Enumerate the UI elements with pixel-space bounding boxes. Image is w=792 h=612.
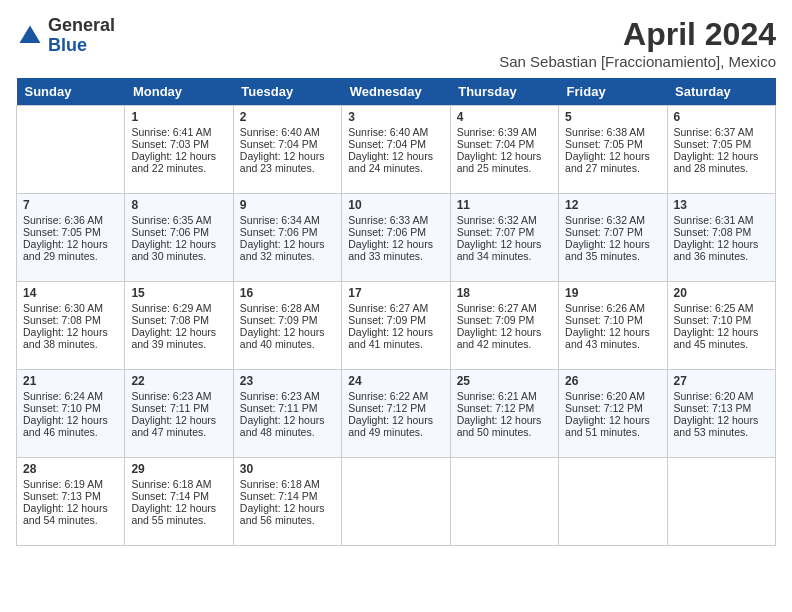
sunrise-text: Sunrise: 6:29 AM xyxy=(131,302,211,314)
calendar-cell: 27 Sunrise: 6:20 AM Sunset: 7:13 PM Dayl… xyxy=(667,370,775,458)
daylight-text: Daylight: 12 hours and 29 minutes. xyxy=(23,238,108,262)
daylight-text: Daylight: 12 hours and 45 minutes. xyxy=(674,326,759,350)
day-number: 30 xyxy=(240,462,335,476)
sunrise-text: Sunrise: 6:21 AM xyxy=(457,390,537,402)
day-number: 11 xyxy=(457,198,552,212)
sunrise-text: Sunrise: 6:33 AM xyxy=(348,214,428,226)
day-header-wednesday: Wednesday xyxy=(342,78,450,106)
week-row-1: 1 Sunrise: 6:41 AM Sunset: 7:03 PM Dayli… xyxy=(17,106,776,194)
sunset-text: Sunset: 7:12 PM xyxy=(565,402,643,414)
day-number: 12 xyxy=(565,198,660,212)
week-row-3: 14 Sunrise: 6:30 AM Sunset: 7:08 PM Dayl… xyxy=(17,282,776,370)
daylight-text: Daylight: 12 hours and 53 minutes. xyxy=(674,414,759,438)
daylight-text: Daylight: 12 hours and 39 minutes. xyxy=(131,326,216,350)
sunset-text: Sunset: 7:13 PM xyxy=(23,490,101,502)
sunset-text: Sunset: 7:07 PM xyxy=(565,226,643,238)
day-number: 27 xyxy=(674,374,769,388)
sunrise-text: Sunrise: 6:36 AM xyxy=(23,214,103,226)
logo-general: General xyxy=(48,16,115,36)
calendar-cell: 29 Sunrise: 6:18 AM Sunset: 7:14 PM Dayl… xyxy=(125,458,233,546)
daylight-text: Daylight: 12 hours and 56 minutes. xyxy=(240,502,325,526)
calendar-cell: 17 Sunrise: 6:27 AM Sunset: 7:09 PM Dayl… xyxy=(342,282,450,370)
daylight-text: Daylight: 12 hours and 38 minutes. xyxy=(23,326,108,350)
day-number: 4 xyxy=(457,110,552,124)
daylight-text: Daylight: 12 hours and 34 minutes. xyxy=(457,238,542,262)
logo-icon xyxy=(16,22,44,50)
daylight-text: Daylight: 12 hours and 36 minutes. xyxy=(674,238,759,262)
daylight-text: Daylight: 12 hours and 41 minutes. xyxy=(348,326,433,350)
sunrise-text: Sunrise: 6:40 AM xyxy=(348,126,428,138)
day-number: 8 xyxy=(131,198,226,212)
page-header: General Blue April 2024 San Sebastian [F… xyxy=(16,16,776,70)
sunset-text: Sunset: 7:13 PM xyxy=(674,402,752,414)
logo: General Blue xyxy=(16,16,115,56)
daylight-text: Daylight: 12 hours and 47 minutes. xyxy=(131,414,216,438)
calendar-cell: 12 Sunrise: 6:32 AM Sunset: 7:07 PM Dayl… xyxy=(559,194,667,282)
calendar-cell: 3 Sunrise: 6:40 AM Sunset: 7:04 PM Dayli… xyxy=(342,106,450,194)
day-header-saturday: Saturday xyxy=(667,78,775,106)
calendar-cell: 9 Sunrise: 6:34 AM Sunset: 7:06 PM Dayli… xyxy=(233,194,341,282)
sunrise-text: Sunrise: 6:27 AM xyxy=(457,302,537,314)
day-number: 22 xyxy=(131,374,226,388)
day-number: 17 xyxy=(348,286,443,300)
daylight-text: Daylight: 12 hours and 22 minutes. xyxy=(131,150,216,174)
sunset-text: Sunset: 7:10 PM xyxy=(23,402,101,414)
sunset-text: Sunset: 7:08 PM xyxy=(131,314,209,326)
sunset-text: Sunset: 7:11 PM xyxy=(131,402,209,414)
calendar-cell: 5 Sunrise: 6:38 AM Sunset: 7:05 PM Dayli… xyxy=(559,106,667,194)
daylight-text: Daylight: 12 hours and 55 minutes. xyxy=(131,502,216,526)
sunrise-text: Sunrise: 6:31 AM xyxy=(674,214,754,226)
calendar-cell: 10 Sunrise: 6:33 AM Sunset: 7:06 PM Dayl… xyxy=(342,194,450,282)
day-number: 23 xyxy=(240,374,335,388)
day-number: 2 xyxy=(240,110,335,124)
logo-text: General Blue xyxy=(48,16,115,56)
daylight-text: Daylight: 12 hours and 46 minutes. xyxy=(23,414,108,438)
sunset-text: Sunset: 7:06 PM xyxy=(240,226,318,238)
calendar-cell: 30 Sunrise: 6:18 AM Sunset: 7:14 PM Dayl… xyxy=(233,458,341,546)
week-row-4: 21 Sunrise: 6:24 AM Sunset: 7:10 PM Dayl… xyxy=(17,370,776,458)
sunrise-text: Sunrise: 6:32 AM xyxy=(457,214,537,226)
day-number: 26 xyxy=(565,374,660,388)
day-number: 24 xyxy=(348,374,443,388)
sunrise-text: Sunrise: 6:27 AM xyxy=(348,302,428,314)
day-header-friday: Friday xyxy=(559,78,667,106)
sunset-text: Sunset: 7:12 PM xyxy=(348,402,426,414)
day-number: 14 xyxy=(23,286,118,300)
week-row-2: 7 Sunrise: 6:36 AM Sunset: 7:05 PM Dayli… xyxy=(17,194,776,282)
calendar-cell xyxy=(342,458,450,546)
calendar-cell xyxy=(559,458,667,546)
svg-marker-0 xyxy=(20,25,41,43)
week-row-5: 28 Sunrise: 6:19 AM Sunset: 7:13 PM Dayl… xyxy=(17,458,776,546)
sunset-text: Sunset: 7:06 PM xyxy=(131,226,209,238)
sunset-text: Sunset: 7:12 PM xyxy=(457,402,535,414)
day-number: 3 xyxy=(348,110,443,124)
sunset-text: Sunset: 7:03 PM xyxy=(131,138,209,150)
month-title: April 2024 xyxy=(499,16,776,53)
sunrise-text: Sunrise: 6:40 AM xyxy=(240,126,320,138)
sunset-text: Sunset: 7:04 PM xyxy=(348,138,426,150)
sunset-text: Sunset: 7:08 PM xyxy=(23,314,101,326)
calendar-table: SundayMondayTuesdayWednesdayThursdayFrid… xyxy=(16,78,776,546)
calendar-cell: 16 Sunrise: 6:28 AM Sunset: 7:09 PM Dayl… xyxy=(233,282,341,370)
daylight-text: Daylight: 12 hours and 23 minutes. xyxy=(240,150,325,174)
calendar-cell: 13 Sunrise: 6:31 AM Sunset: 7:08 PM Dayl… xyxy=(667,194,775,282)
daylight-text: Daylight: 12 hours and 33 minutes. xyxy=(348,238,433,262)
sunrise-text: Sunrise: 6:23 AM xyxy=(240,390,320,402)
sunrise-text: Sunrise: 6:34 AM xyxy=(240,214,320,226)
calendar-cell: 19 Sunrise: 6:26 AM Sunset: 7:10 PM Dayl… xyxy=(559,282,667,370)
calendar-cell: 21 Sunrise: 6:24 AM Sunset: 7:10 PM Dayl… xyxy=(17,370,125,458)
title-block: April 2024 San Sebastian [Fraccionamient… xyxy=(499,16,776,70)
sunrise-text: Sunrise: 6:19 AM xyxy=(23,478,103,490)
sunset-text: Sunset: 7:04 PM xyxy=(457,138,535,150)
calendar-cell: 14 Sunrise: 6:30 AM Sunset: 7:08 PM Dayl… xyxy=(17,282,125,370)
sunset-text: Sunset: 7:05 PM xyxy=(674,138,752,150)
sunrise-text: Sunrise: 6:23 AM xyxy=(131,390,211,402)
day-number: 20 xyxy=(674,286,769,300)
calendar-cell: 18 Sunrise: 6:27 AM Sunset: 7:09 PM Dayl… xyxy=(450,282,558,370)
sunrise-text: Sunrise: 6:30 AM xyxy=(23,302,103,314)
day-number: 10 xyxy=(348,198,443,212)
daylight-text: Daylight: 12 hours and 49 minutes. xyxy=(348,414,433,438)
calendar-cell xyxy=(17,106,125,194)
location-title: San Sebastian [Fraccionamiento], Mexico xyxy=(499,53,776,70)
daylight-text: Daylight: 12 hours and 25 minutes. xyxy=(457,150,542,174)
